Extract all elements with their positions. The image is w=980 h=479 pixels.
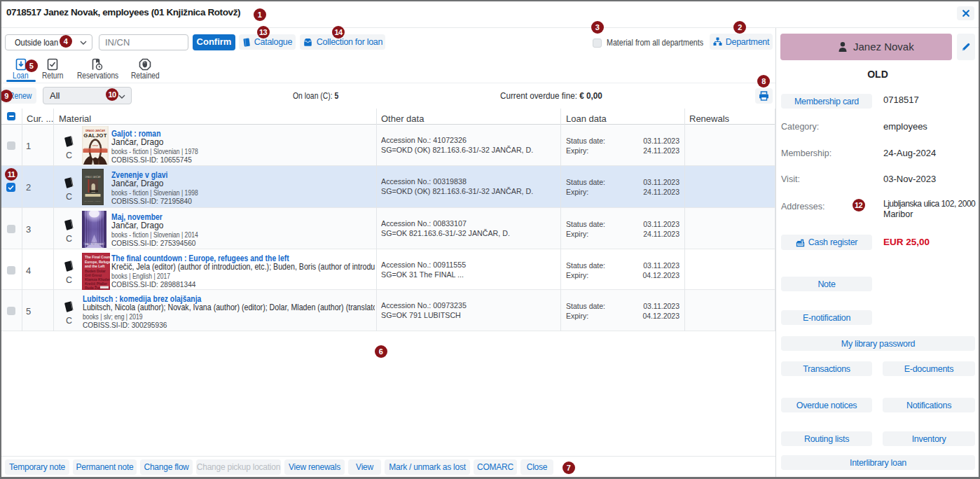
svg-text:MLADINSKA KNJIGA: MLADINSKA KNJIGA: [84, 200, 101, 202]
svg-text:Europe, Refugees: Europe, Refugees: [85, 260, 110, 264]
svg-text:DRAGO JANČAR: DRAGO JANČAR: [85, 175, 100, 179]
svg-text:roman: roman: [92, 144, 99, 147]
svg-text:and the Left: and the Left: [85, 264, 105, 268]
svg-text:DRAGO JANČAR: DRAGO JANČAR: [85, 129, 105, 132]
svg-text:The Final Countdown: The Final Countdown: [85, 255, 110, 259]
svg-text:GALJOT: GALJOT: [83, 132, 106, 139]
svg-text:MAJ, NOVEMBER: MAJ, NOVEMBER: [85, 243, 104, 246]
